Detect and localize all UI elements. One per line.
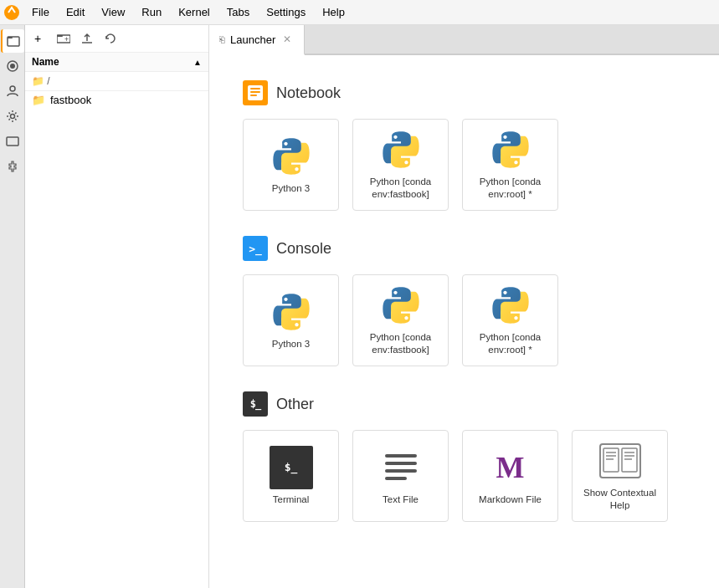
name-column-header: Name bbox=[32, 56, 59, 68]
python-logo-icon bbox=[376, 129, 426, 171]
app-body: + + N bbox=[0, 25, 719, 588]
card-label: Show Contextual Help bbox=[581, 487, 659, 512]
folder-icon: 📁 bbox=[32, 75, 44, 87]
sidebar-btn-files[interactable] bbox=[1, 29, 24, 53]
sidebar-btn-running[interactable] bbox=[1, 54, 24, 78]
menu-run[interactable]: Run bbox=[133, 3, 170, 21]
console-cards: Python 3 bbox=[243, 274, 686, 366]
new-folder-btn[interactable]: + bbox=[54, 28, 74, 49]
card-label: Markdown File bbox=[479, 493, 542, 506]
markdown-icon: M bbox=[485, 447, 536, 488]
notebook-section-icon bbox=[243, 80, 268, 105]
icon-sidebar bbox=[0, 25, 25, 588]
card-label: Text File bbox=[383, 493, 419, 506]
tab-launcher-icon: ⎗ bbox=[219, 34, 225, 44]
svg-point-5 bbox=[10, 86, 15, 91]
python-logo-icon bbox=[485, 284, 536, 326]
sidebar-btn-window[interactable] bbox=[1, 130, 24, 153]
card-python3-console[interactable]: Python 3 bbox=[243, 274, 339, 366]
other-section-header: $_ Other bbox=[243, 391, 686, 417]
card-python-fastbook-console[interactable]: Python [conda env:fastbook] bbox=[352, 274, 449, 366]
current-path: 📁 / bbox=[25, 72, 208, 91]
file-name: fastbook bbox=[50, 94, 91, 106]
textfile-display-icon bbox=[380, 447, 422, 488]
card-label: Python [conda env:fastbook] bbox=[362, 176, 439, 201]
svg-point-4 bbox=[10, 64, 15, 69]
console-section: >_ Console bbox=[243, 236, 686, 366]
list-item[interactable]: 📁 fastbook bbox=[25, 91, 208, 109]
console-section-icon: >_ bbox=[243, 236, 268, 261]
console-section-title: Console bbox=[276, 240, 331, 258]
other-section-icon: $_ bbox=[243, 391, 268, 417]
notebook-section-title: Notebook bbox=[276, 84, 341, 102]
card-python-root-console[interactable]: Python [conda env:root] * bbox=[462, 274, 558, 366]
card-textfile[interactable]: Text File bbox=[352, 430, 449, 522]
svg-rect-18 bbox=[622, 448, 637, 472]
sidebar-btn-extensions[interactable] bbox=[1, 155, 24, 178]
card-python-root-notebook[interactable]: Python [conda env:root] * bbox=[462, 119, 558, 211]
svg-text:+: + bbox=[34, 33, 41, 44]
menu-view[interactable]: View bbox=[93, 3, 133, 21]
new-file-btn[interactable]: + bbox=[30, 28, 50, 49]
contextual-help-icon bbox=[595, 440, 645, 482]
python-logo-icon bbox=[376, 284, 426, 326]
python-logo-icon bbox=[485, 129, 536, 171]
card-terminal[interactable]: $_ Terminal bbox=[243, 430, 339, 522]
menu-help[interactable]: Help bbox=[314, 3, 353, 21]
tab-close-btn[interactable]: ✕ bbox=[280, 33, 294, 46]
file-toolbar: + + bbox=[25, 25, 208, 53]
sidebar-btn-settings[interactable] bbox=[1, 105, 24, 128]
app-logo bbox=[0, 1, 23, 24]
notebook-cards: Python 3 bbox=[243, 119, 686, 211]
svg-point-6 bbox=[10, 115, 14, 119]
python-logo-icon bbox=[266, 291, 316, 333]
menu-file[interactable]: File bbox=[23, 3, 58, 21]
launcher-panel: Notebook bbox=[209, 55, 719, 588]
svg-text:+: + bbox=[64, 35, 69, 43]
file-panel-header: Name ▲ bbox=[25, 53, 208, 72]
other-section-title: Other bbox=[276, 396, 314, 413]
sort-chevron-icon: ▲ bbox=[193, 58, 202, 67]
refresh-btn[interactable] bbox=[100, 28, 121, 49]
menubar: File Edit View Run Kernel Tabs Settings … bbox=[0, 0, 719, 25]
card-label: Python 3 bbox=[272, 338, 310, 350]
upload-btn[interactable] bbox=[77, 28, 97, 49]
notebook-section: Notebook bbox=[243, 80, 686, 211]
card-markdown[interactable]: M Markdown File bbox=[462, 430, 558, 522]
tab-title: Launcher bbox=[230, 33, 275, 46]
textfile-icon bbox=[376, 447, 426, 488]
terminal-icon: $_ bbox=[266, 447, 316, 488]
card-label: Python [conda env:fastbook] bbox=[362, 331, 439, 356]
menu-kernel[interactable]: Kernel bbox=[170, 3, 218, 21]
main-area: ⎗ Launcher ✕ Notebook bbox=[209, 25, 719, 588]
svg-rect-14 bbox=[603, 448, 619, 472]
card-python-fastbook-notebook[interactable]: Python [conda env:fastbook] bbox=[352, 119, 449, 211]
terminal-display-icon: $_ bbox=[270, 446, 313, 489]
notebook-section-header: Notebook bbox=[243, 80, 686, 105]
card-label: Terminal bbox=[273, 493, 309, 506]
python-logo-icon bbox=[266, 135, 316, 177]
card-label: Python [conda env:root] * bbox=[471, 331, 549, 356]
other-section: $_ Other $_ Terminal bbox=[243, 391, 686, 522]
menu-settings[interactable]: Settings bbox=[258, 3, 314, 21]
console-section-header: >_ Console bbox=[243, 236, 686, 261]
markdown-display-icon: M bbox=[489, 446, 532, 489]
sidebar-btn-users[interactable] bbox=[1, 79, 24, 103]
file-panel: + + N bbox=[25, 25, 209, 588]
card-contextual-help[interactable]: Show Contextual Help bbox=[572, 430, 668, 522]
card-label: Python [conda env:root] * bbox=[471, 176, 549, 201]
other-cards: $_ Terminal bbox=[243, 430, 686, 522]
svg-rect-7 bbox=[7, 137, 18, 146]
card-python3-notebook[interactable]: Python 3 bbox=[243, 119, 339, 211]
menu-edit[interactable]: Edit bbox=[58, 3, 93, 21]
folder-icon: 📁 bbox=[32, 94, 45, 106]
launcher-tab[interactable]: ⎗ Launcher ✕ bbox=[209, 25, 305, 55]
card-label: Python 3 bbox=[272, 182, 310, 195]
svg-rect-13 bbox=[600, 444, 640, 478]
tab-bar: ⎗ Launcher ✕ bbox=[209, 25, 719, 55]
menu-tabs[interactable]: Tabs bbox=[218, 3, 258, 21]
